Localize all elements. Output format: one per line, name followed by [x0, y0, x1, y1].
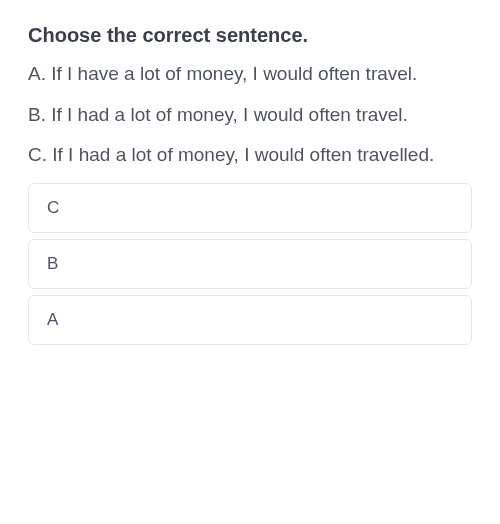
option-b-text: B. If I had a lot of money, I would ofte…	[28, 102, 472, 129]
option-a-text: A. If I have a lot of money, I would oft…	[28, 61, 472, 88]
option-c-text: C. If I had a lot of money, I would ofte…	[28, 142, 472, 169]
answer-button-b[interactable]: B	[28, 239, 472, 289]
question-title: Choose the correct sentence.	[28, 24, 472, 47]
answer-button-a[interactable]: A	[28, 295, 472, 345]
question-container: Choose the correct sentence. A. If I hav…	[28, 24, 472, 169]
answer-button-c[interactable]: C	[28, 183, 472, 233]
answer-options: C B A	[28, 183, 472, 345]
